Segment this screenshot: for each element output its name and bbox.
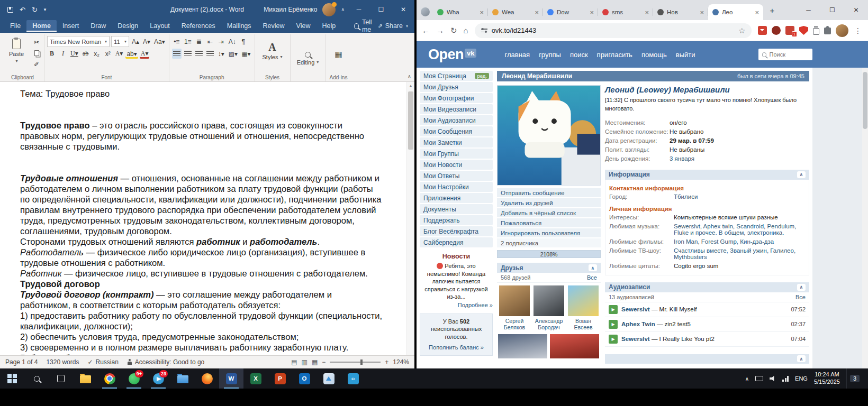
format-painter-button[interactable]: ✐: [32, 59, 41, 69]
text-effects-button[interactable]: A▾: [114, 49, 124, 59]
highlight-button[interactable]: ab▾: [125, 49, 138, 59]
ribbon-tab-draw[interactable]: Draw: [85, 20, 112, 32]
red-extension-icon[interactable]: [772, 26, 781, 35]
trash-extension-icon[interactable]: [813, 28, 819, 35]
taskbar-search-button[interactable]: [24, 368, 49, 389]
tell-me-search[interactable]: Tell me: [354, 19, 377, 33]
friend-avatar[interactable]: [568, 285, 599, 316]
friend-card[interactable]: Вован Евсеев: [567, 285, 600, 330]
sidebar-item[interactable]: Мои Настройки: [420, 182, 493, 192]
tab-close-icon[interactable]: ×: [755, 8, 759, 16]
profile-action-link[interactable]: Пожаловаться: [497, 218, 601, 227]
nav-link-поиск[interactable]: поиск: [570, 51, 588, 59]
sidebar-item[interactable]: Мои Заметки: [420, 137, 493, 147]
browser-avatar[interactable]: [836, 24, 848, 37]
word-titlebar[interactable]: ↶ ↻ ▾ Документ (2).docx - Word Михаил Ер…: [0, 0, 414, 19]
photo-thumbnail[interactable]: [550, 334, 599, 358]
share-button[interactable]: ⇗ Share ▾: [377, 22, 410, 30]
scrollbar-thumb[interactable]: [408, 91, 413, 150]
touch-keyboard-icon[interactable]: [755, 376, 763, 381]
document-scrollbar[interactable]: ▲: [406, 82, 414, 355]
decrease-indent-button[interactable]: ⇤: [205, 36, 215, 47]
cut-button[interactable]: ✂: [32, 37, 41, 47]
sort-button[interactable]: A↓: [228, 36, 237, 47]
play-button[interactable]: ▶: [609, 335, 618, 344]
clock[interactable]: 10:24 AM 5/15/2025: [814, 371, 840, 386]
ovk-logo[interactable]: Open vk: [428, 48, 476, 62]
ribbon-tab-mailings[interactable]: Mailings: [221, 20, 257, 32]
sidebar-item[interactable]: Мои Группы: [420, 149, 493, 159]
friend-avatar[interactable]: [499, 285, 530, 316]
firefox-button[interactable]: [195, 368, 219, 389]
tab-close-icon[interactable]: ×: [480, 8, 484, 16]
sidebar-item[interactable]: Мои Фотографии: [420, 93, 493, 103]
quick-access-caret-icon[interactable]: ▾: [44, 7, 47, 12]
friend-avatar[interactable]: [534, 285, 564, 316]
paste-button[interactable]: Paste ▾: [4, 35, 29, 66]
styles-button[interactable]: A Styles▾: [258, 35, 287, 66]
audio-all-link[interactable]: Все: [795, 294, 806, 300]
friends-all-link[interactable]: Все: [587, 274, 597, 281]
read-mode-button[interactable]: ▤: [291, 358, 297, 366]
nav-link-выйти[interactable]: выйти: [676, 51, 695, 59]
copy-button[interactable]: [32, 48, 41, 58]
browser-tab[interactable]: Wea×: [488, 4, 543, 20]
align-center-button[interactable]: [183, 49, 193, 59]
photos-button[interactable]: [317, 368, 341, 389]
strikethrough-button[interactable]: ab: [81, 49, 91, 59]
editing-button[interactable]: Editing▾: [293, 43, 323, 74]
subscribers-link[interactable]: 2 подписчика: [497, 238, 601, 247]
word-count[interactable]: 1320 words: [46, 358, 79, 366]
font-name-select[interactable]: Times New Roman▾: [47, 36, 110, 47]
friend-name[interactable]: Сергей Беляков: [498, 318, 531, 330]
sidebar-item[interactable]: Поддержать: [420, 215, 493, 225]
ribbon-tab-references[interactable]: References: [176, 20, 221, 32]
page-scrollbar-thumb[interactable]: [863, 72, 867, 129]
subscript-button[interactable]: x₂: [92, 49, 102, 59]
sidebar-item[interactable]: Мои Сообщения: [420, 126, 493, 136]
reload-icon[interactable]: ↻: [450, 26, 457, 35]
sidebar-item[interactable]: Мои Ответы: [420, 171, 493, 181]
bullets-button[interactable]: •≡: [172, 36, 182, 47]
nav-link-помощь[interactable]: помощь: [641, 51, 667, 59]
zoom-level[interactable]: 124%: [393, 358, 409, 366]
start-button[interactable]: [0, 368, 24, 389]
track-artist[interactable]: Sewerslvt: [621, 336, 650, 342]
ovk-search-input[interactable]: [770, 51, 809, 58]
profile-photo[interactable]: [497, 85, 601, 186]
browser-minimize-button[interactable]: ─: [797, 0, 820, 20]
document-content[interactable]: Тема: Трудовое право Трудовое право – эт…: [20, 88, 384, 355]
bookmark-star-icon[interactable]: ☆: [738, 26, 745, 35]
browser-tab[interactable]: Dow×: [543, 4, 598, 20]
italic-button[interactable]: I: [58, 49, 68, 59]
sidebar-item[interactable]: Приложения: [420, 193, 493, 203]
field-value[interactable]: Тбилиси: [674, 193, 698, 200]
volume-icon[interactable]: [770, 375, 776, 382]
field-value[interactable]: 3 января: [670, 155, 694, 162]
collapse-friends-icon[interactable]: ∧: [589, 264, 597, 271]
browser-tab[interactable]: sms×: [598, 4, 653, 20]
tab-close-icon[interactable]: ×: [700, 8, 704, 16]
ribbon-tab-file[interactable]: File: [4, 20, 26, 32]
profile-action-link[interactable]: Игнорировать пользователя: [497, 228, 601, 237]
file-explorer-button[interactable]: [73, 368, 97, 389]
align-right-button[interactable]: [194, 49, 204, 59]
tab-close-icon[interactable]: ×: [645, 8, 649, 16]
browser-profile-icon[interactable]: [421, 7, 430, 16]
back-icon[interactable]: ←: [422, 26, 430, 35]
field-value[interactable]: Iron Man, Forest Gump, Кин-дза-дза: [674, 238, 774, 245]
chrome-button[interactable]: [97, 368, 122, 389]
ribbon-tab-home[interactable]: Home: [26, 20, 57, 32]
page-scrollbar[interactable]: [862, 41, 868, 368]
font-color-button[interactable]: A▾: [140, 49, 150, 59]
justify-button[interactable]: [205, 49, 215, 59]
increase-indent-button[interactable]: ⇥: [216, 36, 226, 47]
zoom-in-button[interactable]: +: [385, 358, 388, 366]
tray-expand-icon[interactable]: ∧: [745, 376, 749, 382]
friend-name[interactable]: Александр Бородач: [532, 318, 565, 330]
site-settings-icon[interactable]: [481, 29, 487, 32]
home-icon[interactable]: ⌂: [464, 26, 468, 35]
profile-action-link[interactable]: Добавить в чёрный список: [497, 208, 601, 217]
badged-extension-icon[interactable]: 1: [785, 26, 794, 35]
browser-menu-icon[interactable]: ⋮: [853, 26, 863, 35]
